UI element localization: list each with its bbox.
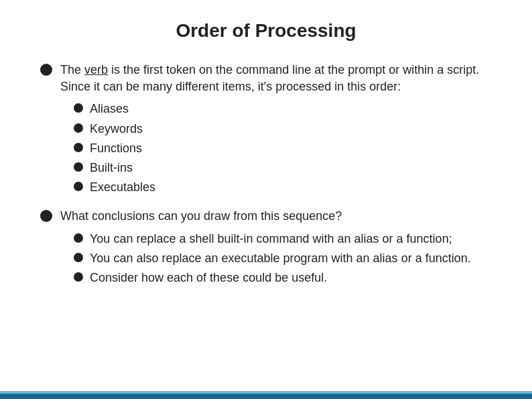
sub-dot-executables — [74, 182, 83, 191]
sub-item-consider: Consider how each of these could be usef… — [74, 270, 498, 286]
sub-dot-keywords — [74, 123, 83, 133]
sub-text-builtins: Built-ins — [90, 160, 133, 176]
conclusions-text: What conclusions can you draw from this … — [60, 209, 342, 223]
sub-item-executables: Executables — [74, 179, 498, 196]
bullet-dot-2 — [40, 210, 52, 222]
bullet-text-2: What conclusions can you draw from this … — [60, 208, 498, 289]
content-area: The verb is the first token on the comma… — [34, 62, 498, 289]
sub-text-replace-exec: You can also replace an executable progr… — [90, 250, 471, 267]
verb-desc-text: is the first token on the command line a… — [60, 63, 479, 93]
sub-dot-consider — [74, 272, 83, 282]
sub-dot-replace-exec — [74, 253, 83, 262]
sub-item-replace-alias: You can replace a shell built-in command… — [74, 231, 498, 247]
bullet-item-2: What conclusions can you draw from this … — [40, 208, 498, 289]
sub-list-1: Aliases Keywords Functions Built-ins — [74, 101, 498, 196]
sub-item-keywords: Keywords — [74, 121, 498, 137]
sub-item-builtins: Built-ins — [74, 160, 498, 176]
bottom-bar — [0, 394, 532, 399]
sub-text-consider: Consider how each of these could be usef… — [90, 270, 327, 286]
sub-dot-aliases — [74, 103, 83, 113]
sub-text-keywords: Keywords — [90, 121, 143, 137]
sub-dot-functions — [74, 143, 83, 152]
slide-title: Order of Processing — [34, 20, 498, 42]
sub-dot-replace-alias — [74, 233, 83, 243]
sub-item-functions: Functions — [74, 140, 498, 157]
bullet-text-1: The verb is the first token on the comma… — [60, 62, 498, 198]
sub-item-aliases: Aliases — [74, 101, 498, 117]
verb-intro-text: The — [60, 63, 84, 76]
sub-list-2: You can replace a shell built-in command… — [74, 231, 498, 287]
sub-item-replace-exec: You can also replace an executable progr… — [74, 250, 498, 267]
sub-text-executables: Executables — [90, 179, 155, 196]
sub-text-functions: Functions — [90, 140, 142, 157]
sub-text-replace-alias: You can replace a shell built-in command… — [90, 231, 452, 247]
slide: Order of Processing The verb is the firs… — [0, 0, 532, 399]
bullet-item-1: The verb is the first token on the comma… — [40, 62, 498, 198]
sub-text-aliases: Aliases — [90, 101, 129, 117]
sub-dot-builtins — [74, 162, 83, 172]
verb-word: verb — [84, 63, 108, 76]
bullet-dot-1 — [40, 64, 52, 76]
